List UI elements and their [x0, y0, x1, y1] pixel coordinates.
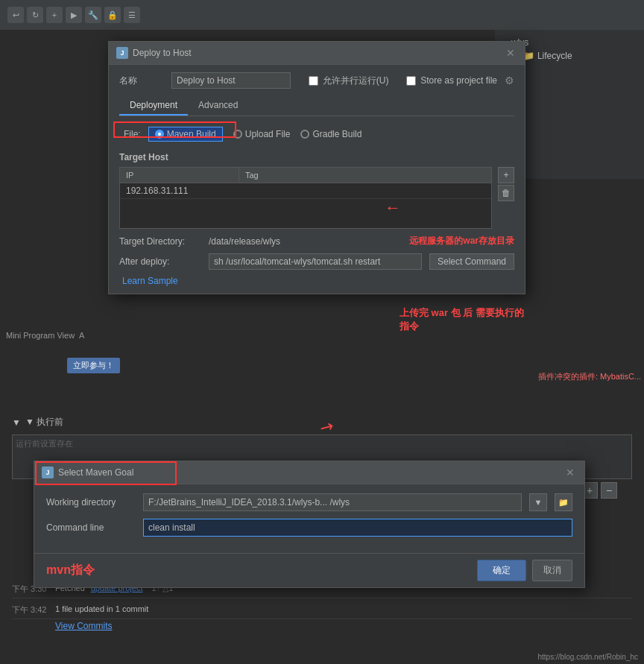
gradle-build-radio[interactable]	[300, 130, 309, 139]
select-command-button[interactable]: Select Command	[429, 253, 514, 270]
commit-item-2: 下午 3:42 1 file updated in 1 commit	[12, 601, 632, 619]
allow-parallel-checkbox[interactable]	[309, 76, 318, 86]
add-host-button[interactable]: +	[498, 167, 514, 183]
maven-build-radio[interactable]	[155, 130, 164, 139]
file-radio-group: Maven Build Upload File Gradle Build	[148, 127, 362, 142]
host-ip-cell: 192.168.31.111	[126, 186, 245, 196]
target-dir-value: /data/release/wlys	[209, 236, 396, 247]
deploy-tabs: Deployment Advanced	[119, 96, 514, 116]
maven-build-label: Maven Build	[167, 129, 216, 139]
file-row: File: Maven Build Upload File Gradle Bui…	[119, 124, 514, 145]
table-row: 192.168.31.111	[120, 183, 491, 199]
after-deploy-label: After deploy:	[119, 256, 201, 267]
gradle-build-option[interactable]: Gradle Build	[300, 129, 362, 139]
mvn-annotation: mvn指令	[46, 563, 95, 578]
upload-file-option[interactable]: Upload File	[233, 129, 291, 139]
deploy-body: 名称 允许并行运行(U) Store as project file ⚙ Dep…	[109, 65, 525, 294]
working-dir-input[interactable]	[143, 493, 522, 511]
undo-icon[interactable]: ↩	[7, 7, 24, 23]
name-input[interactable]	[171, 72, 291, 89]
maven-build-option[interactable]: Maven Build	[148, 127, 223, 142]
gear-icon[interactable]: ⚙	[505, 75, 514, 86]
deploy-close-button[interactable]: ✕	[504, 46, 517, 60]
before-label: ▼ 执行前	[25, 416, 63, 429]
blog-url: https://blog.csdn.net/Robin_hc	[537, 653, 638, 661]
target-dir-annotation: 远程服务器的war存放目录	[409, 235, 514, 247]
mini-program-label2: A	[79, 331, 84, 340]
deploy-dialog: J Deploy to Host ✕ 名称 允许并行运行(U) Store as…	[108, 41, 525, 294]
tag-header: Tag	[239, 168, 491, 183]
maven-body: Working directory ▼ 📁 Command line	[34, 484, 584, 553]
command-line-label: Command line	[46, 522, 136, 533]
name-row: 名称 允许并行运行(U) Store as project file ⚙	[119, 72, 514, 89]
before-header: ▼ ▼ 执行前	[12, 416, 632, 429]
target-dir-label: Target Directory:	[119, 236, 201, 247]
learn-sample-row: Learn Sample	[122, 276, 514, 286]
host-table-header: IP Tag	[120, 168, 491, 183]
tree-lifecycle-label: Lifecycle	[537, 51, 572, 61]
gradle-build-label: Gradle Build	[312, 129, 362, 139]
commit-time-2: 下午 3:42	[12, 604, 49, 616]
ip-header: IP	[120, 168, 239, 183]
commit-panel: 下午 3:30 Fetched update project 1↑ △1 下午 …	[0, 575, 644, 664]
browse-dir-button[interactable]: ▼	[529, 493, 547, 511]
after-deploy-row: After deploy: Select Command	[119, 253, 514, 270]
mini-program-section: Mini Program View A	[0, 328, 90, 343]
deploy-icon: J	[116, 47, 128, 59]
target-dir-row: Target Directory: /data/release/wlys 远程服…	[119, 235, 514, 247]
mini-program-label: Mini Program View	[6, 331, 75, 340]
ide-top-icons: ↩ ↻ + ▶ 🔧 🔒 ☰	[7, 7, 140, 23]
tab-advanced[interactable]: Advanced	[188, 96, 248, 116]
store-label: Store as project file	[420, 75, 497, 86]
deploy-title: Deploy to Host	[133, 48, 499, 58]
maven-dialog: J Select Maven Goal ✕ Working directory …	[34, 461, 585, 588]
plugin-notice: 插件冲突的插件: MybatisC...	[535, 368, 644, 385]
open-dir-button[interactable]: 📁	[555, 493, 572, 511]
after-deploy-input[interactable]	[209, 253, 422, 270]
cancel-button[interactable]: 取消	[532, 560, 572, 581]
allow-parallel-label: 允许并行运行(U)	[323, 75, 389, 87]
run-icon[interactable]: ▶	[66, 7, 82, 23]
before-chevron-icon: ▼	[12, 417, 21, 428]
maven-titlebar: J Select Maven Goal ✕	[34, 461, 584, 484]
command-line-input[interactable]	[143, 519, 572, 537]
add-icon[interactable]: +	[46, 7, 63, 23]
view-commits-row: View Commits	[12, 619, 632, 631]
maven-icon: J	[42, 467, 54, 478]
upload-file-label: Upload File	[245, 129, 291, 139]
store-project-checkbox[interactable]	[406, 76, 416, 86]
debug-icon[interactable]: 🔧	[85, 7, 101, 23]
minus-button[interactable]: −	[601, 482, 617, 499]
file-label: File:	[124, 129, 141, 139]
working-dir-label: Working directory	[46, 497, 136, 508]
upload-file-radio[interactable]	[233, 130, 242, 139]
host-table: IP Tag 192.168.31.111	[119, 167, 492, 229]
commit-text-2: 1 file updated in 1 commit	[55, 604, 148, 613]
lock-icon[interactable]: 🔒	[104, 7, 121, 23]
maven-btn-group: 确定 取消	[477, 560, 572, 581]
tab-deployment[interactable]: Deployment	[119, 96, 188, 116]
menu-icon[interactable]: ☰	[124, 7, 140, 23]
ide-top-bar: ↩ ↻ + ▶ 🔧 🔒 ☰	[0, 0, 644, 30]
maven-title: Select Maven Goal	[58, 467, 559, 478]
maven-close-button[interactable]: ✕	[564, 466, 577, 479]
allow-parallel-checkbox-row[interactable]: 允许并行运行(U)	[309, 75, 389, 87]
host-tag-cell	[245, 186, 485, 196]
redo-icon[interactable]: ↻	[27, 7, 43, 23]
command-line-row: Command line	[46, 519, 572, 537]
host-table-body: 192.168.31.111	[120, 183, 491, 228]
host-table-container: IP Tag 192.168.31.111 + 🗑	[119, 167, 514, 229]
remove-host-button[interactable]: 🗑	[498, 185, 514, 201]
view-commits-link[interactable]: View Commits	[55, 621, 112, 631]
learn-sample-link[interactable]: Learn Sample	[122, 276, 178, 286]
working-dir-row: Working directory ▼ 📁	[46, 493, 572, 511]
participate-button[interactable]: 立即参与！	[67, 358, 120, 373]
target-host-label: Target Host	[119, 152, 514, 162]
host-actions: + 🗑	[498, 167, 514, 201]
maven-footer: mvn指令 确定 取消	[34, 553, 584, 587]
deploy-titlebar: J Deploy to Host ✕	[109, 42, 525, 65]
before-placeholder-text: 运行前设置存在	[16, 439, 73, 448]
name-label: 名称	[119, 75, 164, 87]
store-project-checkbox-row[interactable]: Store as project file	[406, 75, 497, 86]
ok-button[interactable]: 确定	[477, 560, 526, 581]
